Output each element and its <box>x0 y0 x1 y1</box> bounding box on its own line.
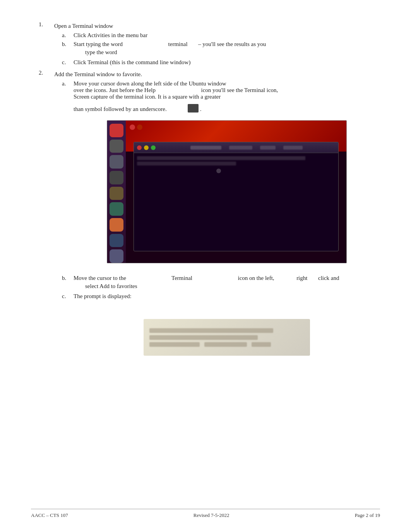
sidebar-icon-1 <box>110 124 123 137</box>
sidebar-icon-7 <box>110 218 123 232</box>
sub-2a-line3: Screen capture of the terminal icon. It … <box>74 94 221 100</box>
sub-1a-text: Click Activities in the menu bar <box>74 32 147 38</box>
term-close <box>137 145 142 150</box>
sub-2b-select: select Add to favorites <box>74 281 380 291</box>
ubuntu-screenshot <box>107 120 347 263</box>
sidebar-icon-6 <box>110 202 123 216</box>
list-item-2: Add the Terminal window to favorite. Mov… <box>54 70 380 356</box>
sub-item-2a: Move your cursor down along the left sid… <box>62 80 380 263</box>
sub-1b-line1: Start typing the word terminal – you'll … <box>74 41 266 47</box>
sidebar-icon-9 <box>110 249 123 263</box>
sub-2b-text: Move the cursor to the Terminal icon on … <box>74 275 339 281</box>
sub-item-1c: Click Terminal (this is the command line… <box>62 59 380 66</box>
sub-2c-text: The prompt is displayed: <box>74 293 132 299</box>
terminal-icon-square <box>188 104 199 113</box>
item1-label: Open a Terminal window <box>54 21 380 31</box>
footer: AACC – CTS 107 Revised 7-5-2022 Page 2 o… <box>31 509 380 518</box>
than-symbol-line: than symbol followed by an underscore. . <box>74 104 380 113</box>
sidebar-icon-8 <box>110 234 123 247</box>
term-max <box>151 145 156 150</box>
sub-1c-text: Click Terminal (this is the command line… <box>74 59 190 65</box>
prompt-screenshot <box>144 319 310 356</box>
sub-2a-line1: Move your cursor down along the left sid… <box>74 80 226 87</box>
sidebar-icon-4 <box>110 171 123 184</box>
footer-center: Revised 7-5-2022 <box>194 512 229 518</box>
ubuntu-screenshot-container <box>74 120 380 263</box>
footer-left: AACC – CTS 107 <box>31 512 68 518</box>
sub-item-2b: Move the cursor to the Terminal icon on … <box>62 275 380 291</box>
sub-list-1: Click Activities in the menu bar Start t… <box>54 32 380 66</box>
close-btn <box>130 124 135 130</box>
prompt-screenshot-container <box>74 307 380 356</box>
ubuntu-sidebar <box>107 121 126 263</box>
sidebar-icon-2 <box>110 140 123 153</box>
sub-item-1b: Start typing the word terminal – you'll … <box>62 41 380 57</box>
sidebar-icon-5 <box>110 187 123 200</box>
sub-2a-line2: over the icons. Just before the Help ico… <box>74 87 278 93</box>
content-area: Open a Terminal window Click Activities … <box>31 21 380 356</box>
main-list: Open a Terminal window Click Activities … <box>54 21 380 356</box>
sub-item-2c: The prompt is displayed: <box>62 293 380 356</box>
page: Open a Terminal window Click Activities … <box>0 0 411 532</box>
terminal-window <box>134 142 339 251</box>
item2-label: Add the Terminal window to favorite. <box>54 70 380 79</box>
min-btn <box>137 124 142 130</box>
than-text: than symbol followed by an underscore. <box>74 106 167 113</box>
sub-list-2: Move your cursor down along the left sid… <box>54 80 380 356</box>
sidebar-icon-3 <box>110 155 123 169</box>
terminal-body <box>134 153 338 178</box>
list-item-1: Open a Terminal window Click Activities … <box>54 21 380 66</box>
term-min <box>144 145 149 150</box>
window-controls <box>130 124 142 130</box>
footer-right: Page 2 of 19 <box>355 512 380 518</box>
ubuntu-main-area <box>126 121 346 263</box>
sub-item-1a: Click Activities in the menu bar <box>62 32 380 39</box>
sub-1b-line2: type the word <box>74 48 380 57</box>
terminal-titlebar <box>134 142 338 153</box>
